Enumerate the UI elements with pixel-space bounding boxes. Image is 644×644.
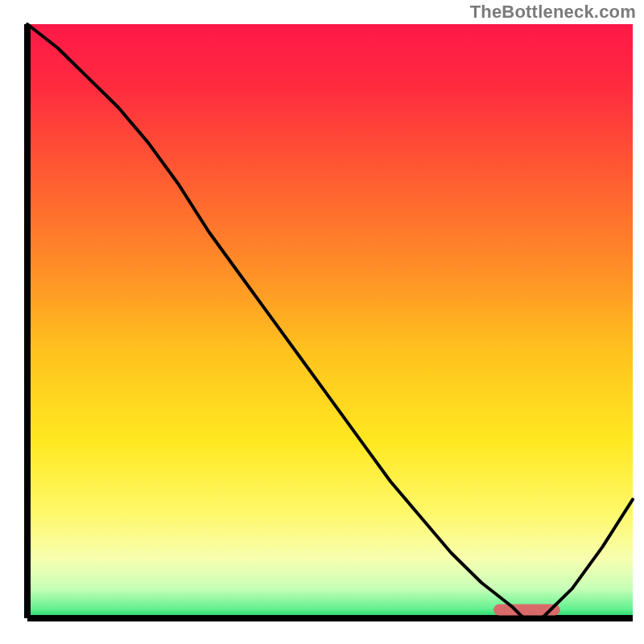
attribution-label: TheBottleneck.com [470,2,636,23]
bottleneck-chart [0,0,644,644]
gradient-background [27,24,633,618]
